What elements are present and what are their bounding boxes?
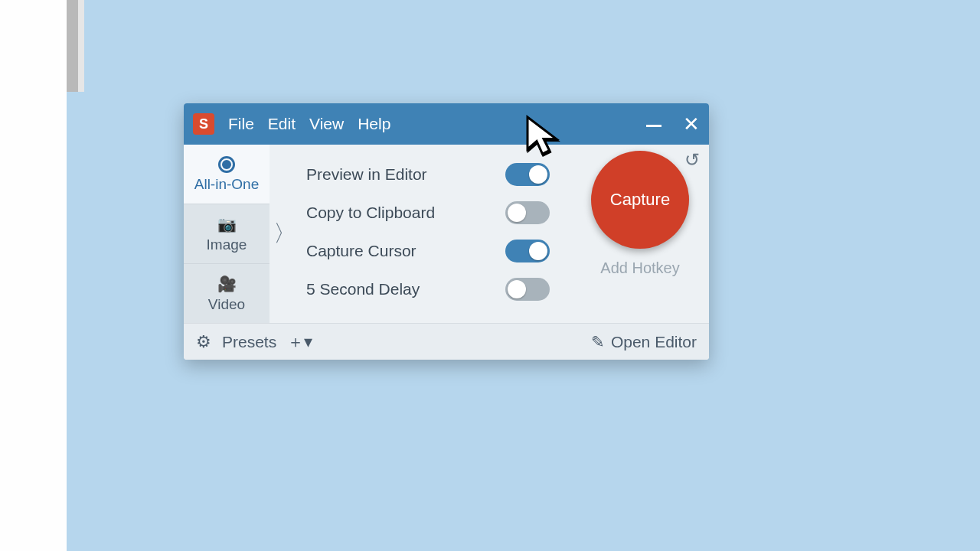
menu-bar: File Edit View Help bbox=[228, 115, 390, 133]
tab-label: Video bbox=[208, 296, 245, 313]
camera-icon: 📷 bbox=[217, 215, 237, 233]
add-hotkey-link[interactable]: Add Hotkey bbox=[600, 259, 679, 277]
background-panel-left bbox=[0, 0, 67, 551]
menu-file[interactable]: File bbox=[228, 115, 254, 133]
options-panel: Preview in Editor Copy to Clipboard Capt… bbox=[300, 145, 571, 323]
open-editor-button[interactable]: ✎ Open Editor bbox=[591, 333, 697, 351]
option-delay-label: 5 Second Delay bbox=[306, 280, 420, 298]
chevron-right-icon[interactable]: 〉 bbox=[270, 145, 300, 323]
add-preset-icon[interactable]: ＋▾ bbox=[287, 331, 312, 354]
mode-tabs: All-in-One 📷 Image 🎥 Video bbox=[184, 145, 270, 323]
option-cursor-label: Capture Cursor bbox=[306, 242, 416, 260]
undo-icon[interactable]: ↺ bbox=[684, 149, 700, 171]
tab-label: All-in-One bbox=[194, 176, 259, 193]
background-scrolltrack bbox=[78, 0, 84, 92]
minimize-icon[interactable] bbox=[646, 125, 662, 134]
menu-edit[interactable]: Edit bbox=[268, 115, 296, 133]
menu-help[interactable]: Help bbox=[358, 115, 390, 133]
gear-icon[interactable]: ⚙ bbox=[196, 332, 211, 352]
presets-button[interactable]: Presets bbox=[222, 333, 276, 351]
window-controls: ✕ bbox=[646, 114, 700, 134]
radio-selected-icon bbox=[218, 156, 235, 173]
option-preview-label: Preview in Editor bbox=[306, 165, 427, 184]
toggle-capture-cursor[interactable] bbox=[505, 240, 550, 262]
app-logo-icon: S bbox=[193, 113, 214, 135]
toggle-5-second-delay[interactable] bbox=[505, 278, 550, 301]
toggle-preview-in-editor[interactable] bbox=[505, 163, 550, 186]
open-editor-label: Open Editor bbox=[611, 333, 697, 351]
snagit-capture-window: S File Edit View Help ✕ All-in-One 📷 Ima… bbox=[184, 103, 709, 360]
option-clipboard-label: Copy to Clipboard bbox=[306, 204, 435, 222]
titlebar[interactable]: S File Edit View Help ✕ bbox=[184, 103, 709, 145]
video-icon: 🎥 bbox=[217, 275, 237, 293]
menu-view[interactable]: View bbox=[309, 115, 344, 133]
tab-video[interactable]: 🎥 Video bbox=[184, 263, 270, 323]
toggle-copy-to-clipboard[interactable] bbox=[505, 201, 550, 224]
edit-square-icon: ✎ bbox=[591, 333, 605, 351]
tab-image[interactable]: 📷 Image bbox=[184, 204, 270, 263]
tab-all-in-one[interactable]: All-in-One bbox=[184, 145, 270, 204]
background-scrollbar bbox=[67, 0, 78, 92]
footer-bar: ⚙ Presets ＋▾ ✎ Open Editor bbox=[184, 323, 709, 360]
close-icon[interactable]: ✕ bbox=[683, 114, 700, 134]
tab-label: Image bbox=[207, 236, 247, 253]
capture-button[interactable]: Capture bbox=[591, 151, 689, 249]
